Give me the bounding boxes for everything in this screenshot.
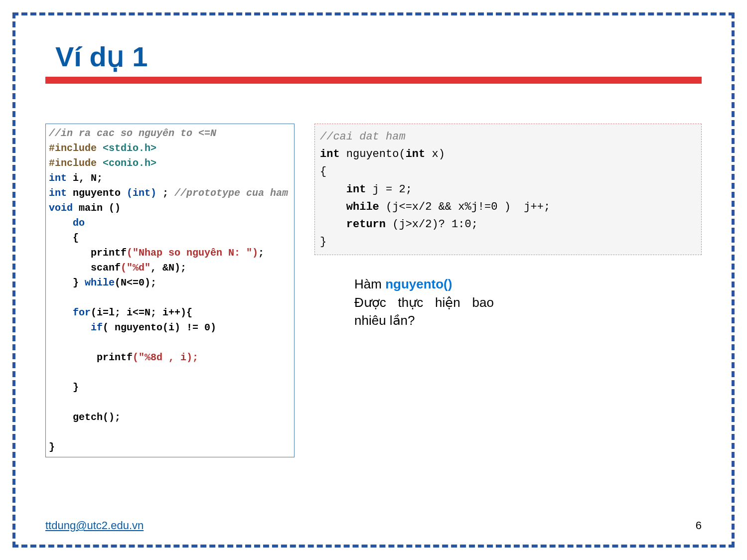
code-text: ; bbox=[258, 247, 264, 259]
code-text: (N<=0); bbox=[115, 277, 156, 288]
code-text: } bbox=[49, 382, 79, 393]
code-text: { bbox=[320, 165, 326, 178]
code-text: (j<=x/2 && x%j!=0 ) j++; bbox=[379, 201, 550, 213]
code-text: (i=l; i<=N; i++){ bbox=[91, 307, 192, 318]
code-keyword: do bbox=[49, 217, 85, 229]
code-directive: #include bbox=[49, 142, 103, 154]
code-text: nguyento bbox=[67, 187, 127, 199]
footer-email: ttdung@utc2.edu.vn bbox=[45, 519, 144, 532]
code-text: ( nguyento(i) != 0) bbox=[103, 322, 216, 333]
title-underline bbox=[45, 77, 702, 84]
code-text: j = 2; bbox=[366, 183, 412, 196]
code-keyword: (int) bbox=[127, 187, 156, 199]
code-text: { bbox=[49, 232, 79, 244]
footer: ttdung@utc2.edu.vn 6 bbox=[45, 519, 702, 532]
slide-frame: Ví dụ 1 //in ra cac so nguyên to <=N #in… bbox=[12, 12, 735, 548]
code-keyword: for bbox=[49, 307, 91, 318]
code-text: } bbox=[49, 441, 55, 453]
function-name: nguyento() bbox=[385, 277, 452, 291]
code-keyword: if bbox=[49, 322, 103, 333]
code-keyword: int bbox=[49, 172, 67, 184]
code-keyword: while bbox=[85, 277, 115, 288]
code-keyword: int bbox=[320, 183, 366, 196]
code-text: } bbox=[49, 277, 85, 288]
code-keyword: while bbox=[320, 201, 379, 213]
code-string: ("%8d , i); bbox=[133, 352, 198, 363]
code-text: } bbox=[320, 236, 326, 248]
code-text: x) bbox=[425, 148, 445, 160]
code-keyword: int bbox=[49, 187, 67, 199]
code-text: scanf bbox=[49, 262, 121, 274]
code-keyword: int bbox=[406, 148, 426, 160]
code-comment: //cai dat ham bbox=[320, 131, 406, 143]
code-string: ("%d" bbox=[121, 262, 150, 274]
code-keyword: return bbox=[320, 218, 386, 231]
code-text: i, N; bbox=[67, 172, 103, 184]
code-text: printf bbox=[49, 352, 133, 363]
code-text: main () bbox=[73, 202, 121, 214]
right-column: //cai dat ham int nguyento(int x) { int … bbox=[314, 124, 702, 329]
code-keyword: int bbox=[320, 148, 340, 160]
code-block-function: //cai dat ham int nguyento(int x) { int … bbox=[314, 124, 702, 255]
question-part2: Được thực hiện bao nhiêu lần? bbox=[354, 295, 494, 328]
content-row: //in ra cac so nguyên to <=N #include <s… bbox=[45, 124, 702, 457]
slide-title: Ví dụ 1 bbox=[55, 40, 702, 73]
code-text: ; bbox=[156, 187, 174, 199]
code-text: printf bbox=[49, 247, 127, 259]
code-string: ("Nhap so nguyên N: ") bbox=[127, 247, 258, 259]
code-include: <conio.h> bbox=[103, 157, 156, 169]
code-block-main: //in ra cac so nguyên to <=N #include <s… bbox=[45, 124, 295, 457]
code-keyword: void bbox=[49, 202, 73, 214]
question-text: Hàm nguyento() Được thực hiện bao nhiêu … bbox=[354, 275, 494, 329]
left-column: //in ra cac so nguyên to <=N #include <s… bbox=[45, 124, 295, 457]
code-directive: #include bbox=[49, 157, 103, 169]
code-comment: //in ra cac so nguyên to <=N bbox=[49, 128, 216, 139]
code-text: (j>x/2)? 1:0; bbox=[386, 218, 478, 231]
page-number: 6 bbox=[696, 519, 702, 532]
code-comment: //prototype cua ham bbox=[174, 187, 288, 199]
code-include: <stdio.h> bbox=[103, 142, 156, 154]
code-text: nguyento( bbox=[340, 148, 406, 160]
code-text: getch(); bbox=[49, 412, 121, 423]
code-text: , &N); bbox=[150, 262, 186, 274]
question-part1: Hàm bbox=[354, 277, 385, 291]
